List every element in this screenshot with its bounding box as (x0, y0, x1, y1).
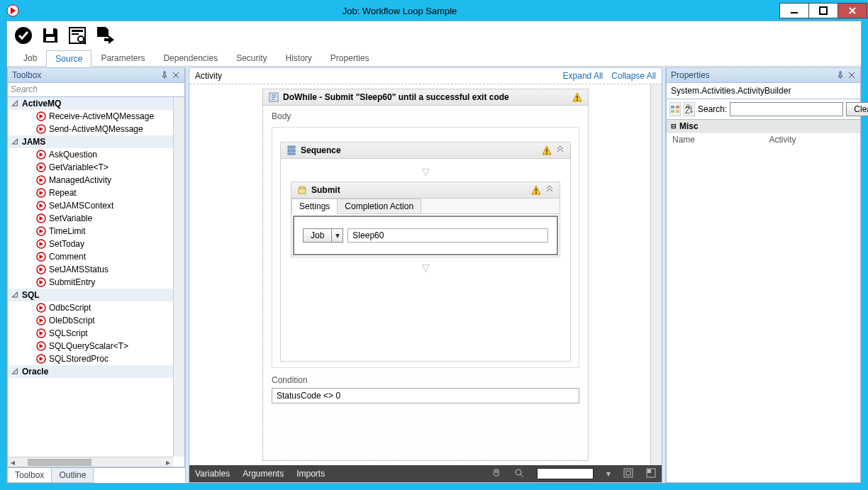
bottom-tab-toolbox[interactable]: Toolbox (7, 468, 52, 483)
collapse-icon[interactable] (545, 186, 554, 194)
toolbox-tree[interactable]: ActiveMQReceive-ActiveMQMessageSend-Acti… (8, 97, 173, 457)
property-grid[interactable]: ⊟Misc Name Activity (666, 120, 861, 483)
close-icon[interactable] (847, 71, 856, 79)
toolbox-category[interactable]: JAMS (8, 135, 173, 148)
job-name-input[interactable]: Sleep60 (347, 228, 548, 243)
pin-icon[interactable] (160, 71, 169, 79)
activity-icon (36, 162, 46, 172)
tab-security[interactable]: Security (227, 50, 276, 66)
overview-icon[interactable] (646, 468, 656, 480)
horizontal-scrollbar[interactable]: ◂▸ (8, 457, 173, 467)
clear-button[interactable]: Clear (846, 102, 868, 116)
toolbox-item[interactable]: OleDbScript (8, 314, 173, 327)
toolbox-category[interactable]: SQL (8, 289, 173, 301)
tab-properties[interactable]: Properties (321, 50, 379, 66)
tab-job[interactable]: Job (14, 50, 46, 66)
fit-icon[interactable] (623, 468, 633, 480)
toolbox-item[interactable]: TimeLimit (8, 225, 173, 238)
condition-input[interactable]: StatusCode <> 0 (272, 388, 579, 403)
submit-title: Submit (311, 185, 340, 195)
toolbox-item[interactable]: Comment (8, 250, 173, 263)
sort-button[interactable]: AZ (684, 102, 695, 116)
tab-source[interactable]: Source (46, 50, 91, 67)
vertical-scrollbar[interactable] (173, 97, 184, 457)
drop-indicator-icon: ▽ (422, 262, 430, 273)
toolbox-category[interactable]: Oracle (8, 365, 173, 378)
submit-activity[interactable]: Submit Settings Completion Action (291, 182, 560, 257)
footer-arguments[interactable]: Arguments (243, 469, 284, 479)
svg-rect-4 (46, 28, 53, 34)
property-value[interactable]: Activity (764, 133, 861, 146)
zoom-input[interactable] (537, 468, 594, 479)
toolbox-item[interactable]: SetVariable (8, 212, 173, 225)
toolbox-item[interactable]: Repeat (8, 186, 173, 199)
toolbox-item[interactable]: GetVariable<T> (8, 161, 173, 174)
toolbox-item-label: SetVariable (49, 213, 92, 223)
expand-icon[interactable]: ⊟ (671, 123, 677, 130)
preview-button[interactable] (67, 25, 88, 46)
properties-search-input[interactable] (730, 102, 843, 116)
svg-rect-44 (647, 469, 651, 473)
breadcrumb[interactable]: Activity (195, 71, 222, 81)
activity-icon (36, 328, 46, 338)
toolbox-item[interactable]: Receive-ActiveMQMessage (8, 110, 173, 123)
tab-dependencies[interactable]: Dependencies (154, 50, 227, 66)
save-button[interactable] (40, 25, 61, 46)
close-icon[interactable] (172, 71, 180, 79)
tab-parameters[interactable]: Parameters (91, 50, 154, 66)
commit-button[interactable] (13, 25, 34, 46)
toolbox-item[interactable]: Send-ActiveMQMessage (8, 123, 173, 135)
pin-icon[interactable] (836, 71, 845, 79)
submit-tab-settings[interactable]: Settings (291, 199, 338, 214)
footer-variables[interactable]: Variables (195, 469, 230, 479)
toolbox-item-label: Receive-ActiveMQMessage (49, 111, 154, 121)
toolbox-item[interactable]: AskQuestion (8, 148, 173, 161)
svg-rect-45 (671, 106, 674, 108)
toolbox-search-input[interactable]: Search (7, 83, 185, 97)
toolbox-item-label: Comment (49, 252, 86, 262)
footer-imports[interactable]: Imports (296, 469, 325, 479)
export-button[interactable] (94, 25, 115, 46)
maximize-button[interactable] (808, 3, 838, 18)
bottom-tab-outline[interactable]: Outline (51, 468, 94, 483)
toolbox-item[interactable]: SubmitEntry (8, 276, 173, 289)
minimize-button[interactable] (779, 3, 809, 18)
toolbox-item[interactable]: SQLStoredProc (8, 352, 173, 365)
body-label: Body (263, 106, 588, 124)
toolbox-item[interactable]: ManagedActivity (8, 174, 173, 186)
svg-rect-29 (577, 96, 578, 99)
toolbox-item[interactable]: SQLScript (8, 327, 173, 340)
submit-tab-completion[interactable]: Completion Action (337, 199, 421, 213)
vertical-scrollbar[interactable] (650, 84, 662, 465)
toolbox-item[interactable]: SetJAMSStatus (8, 263, 173, 276)
sequence-activity[interactable]: Sequence ▽ (280, 142, 571, 362)
expand-all-link[interactable]: Expand All (563, 71, 603, 81)
window-title: Job: Workflow Loop Sample (19, 6, 780, 16)
search-label: Search: (698, 104, 727, 114)
designer-surface[interactable]: DoWhile - Submit "Sleep60" until a succe… (189, 84, 662, 465)
chevron-down-icon[interactable]: ▾ (331, 229, 343, 242)
pan-icon[interactable] (491, 468, 501, 480)
svg-rect-5 (46, 37, 55, 41)
toolbox-item[interactable]: SetToday (8, 238, 173, 250)
toolbox-item[interactable]: SQLQueryScalar<T> (8, 340, 173, 352)
property-row: Name Activity (667, 133, 860, 146)
zoom-icon[interactable] (514, 468, 524, 480)
toolbox-category[interactable]: ActiveMQ (8, 97, 173, 110)
categorize-button[interactable] (669, 102, 681, 116)
svg-rect-1 (791, 12, 798, 13)
collapse-all-link[interactable]: Collapse All (611, 71, 656, 81)
collapse-icon[interactable] (556, 146, 564, 155)
close-button[interactable] (838, 3, 867, 18)
toolbox-item[interactable]: OdbcScript (8, 301, 173, 314)
toolbox-header: Toolbox (7, 67, 185, 83)
dowhile-activity[interactable]: DoWhile - Submit "Sleep60" until a succe… (262, 89, 589, 461)
chevron-down-icon[interactable]: ▾ (606, 469, 611, 479)
tab-history[interactable]: History (277, 50, 321, 66)
misc-category: Misc (679, 121, 699, 131)
toolbox-item[interactable]: SetJAMSContext (8, 199, 173, 212)
activity-icon (36, 150, 46, 160)
properties-header: Properties (666, 67, 861, 83)
job-type-combo[interactable]: Job ▾ (303, 228, 343, 243)
activity-icon (36, 265, 46, 274)
